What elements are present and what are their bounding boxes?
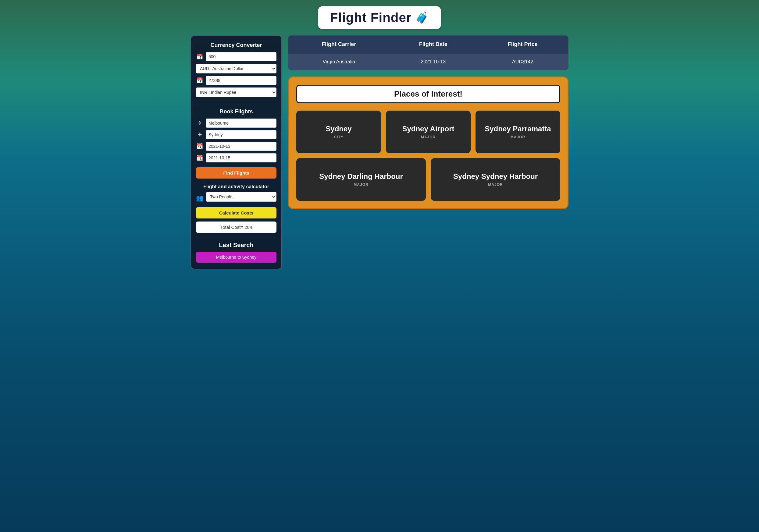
place-type: MAJOR xyxy=(421,135,436,139)
place-type: MAJOR xyxy=(354,182,368,187)
calculator-title: Flight and activity calculator xyxy=(196,184,276,190)
book-flights-title: Book Flights xyxy=(196,108,276,115)
destination-row: ✈ xyxy=(196,130,276,139)
main-layout: Currency Converter 📅 AUD : Australian Do… xyxy=(190,35,569,269)
landing-icon: ✈ xyxy=(196,131,203,138)
people-icon: 👥 xyxy=(196,194,204,202)
flight-date: 2021-10-13 xyxy=(389,53,477,70)
place-type: MAJOR xyxy=(510,135,525,139)
find-flights-button[interactable]: Find Flights xyxy=(196,167,276,178)
depart-date-row: 📆 xyxy=(196,142,276,151)
place-name: Sydney Darling Harbour xyxy=(319,172,403,181)
amount-to-row: 📅 xyxy=(196,76,276,85)
calendar-icon-4: 📆 xyxy=(196,155,203,161)
place-name: Sydney Airport xyxy=(402,125,454,133)
places-title: Places of Interest! xyxy=(394,89,462,98)
col-header-carrier: Flight Carrier xyxy=(288,36,389,53)
place-type: CITY xyxy=(334,135,343,139)
page-title: Flight Finder xyxy=(330,10,412,25)
place-name: Sydney Parramatta xyxy=(485,125,551,133)
last-search-title: Last Search xyxy=(196,242,276,248)
luggage-icon: 🧳 xyxy=(415,11,429,24)
destination-input[interactable] xyxy=(206,130,276,139)
place-name: Sydney Sydney Harbour xyxy=(453,172,538,181)
places-title-box: Places of Interest! xyxy=(296,85,560,103)
col-header-price: Flight Price xyxy=(477,36,568,53)
place-name: Sydney xyxy=(326,125,351,133)
place-card[interactable]: Sydney CITY xyxy=(296,111,381,153)
return-date-row: 📆 xyxy=(196,153,276,162)
calculate-costs-button[interactable]: Calculate Costs xyxy=(196,207,276,218)
divider-2 xyxy=(196,237,276,237)
places-container: Places of Interest! Sydney CITY Sydney A… xyxy=(288,76,569,209)
currency-to-select[interactable]: INR : Indian Rupee AUD : Australian Doll… xyxy=(196,88,276,97)
people-row: 👥 One Person Two People Three People Fou… xyxy=(196,192,276,204)
origin-row: ✈ xyxy=(196,119,276,128)
last-search-badge: Melbourne to Sydney xyxy=(196,252,276,263)
flight-table: Flight Carrier Flight Date Flight Price … xyxy=(288,35,569,70)
flight-carrier: Virgin Australia xyxy=(288,53,389,70)
amount-to-input[interactable] xyxy=(206,76,276,85)
places-grid-top: Sydney CITY Sydney Airport MAJOR Sydney … xyxy=(296,111,560,153)
currency-converter-title: Currency Converter xyxy=(196,42,276,49)
sidebar: Currency Converter 📅 AUD : Australian Do… xyxy=(190,35,282,269)
origin-input[interactable] xyxy=(206,119,276,128)
flight-row: Virgin Australia 2021-10-13 AUD$142 xyxy=(288,53,568,70)
places-grid-bottom: Sydney Darling Harbour MAJOR Sydney Sydn… xyxy=(296,158,560,201)
col-header-date: Flight Date xyxy=(389,36,477,53)
currency-from-select[interactable]: AUD : Australian Dollar USD : US Dollar … xyxy=(196,64,276,73)
return-date-input[interactable] xyxy=(206,153,276,162)
header-box: Flight Finder 🧳 xyxy=(318,6,441,29)
page-wrapper: Flight Finder 🧳 Currency Converter 📅 AUD… xyxy=(181,0,578,276)
flight-price: AUD$142 xyxy=(477,53,568,70)
divider-1 xyxy=(196,104,276,104)
place-card[interactable]: Sydney Darling Harbour MAJOR xyxy=(296,158,426,201)
place-type: MAJOR xyxy=(488,182,503,187)
calendar-icon-2: 📅 xyxy=(196,77,203,84)
takeoff-icon: ✈ xyxy=(196,120,203,127)
total-cost-display: Total Cost= 284 xyxy=(196,221,276,233)
calendar-icon-1: 📅 xyxy=(196,53,203,60)
amount-from-input[interactable] xyxy=(206,52,276,61)
place-card[interactable]: Sydney Sydney Harbour MAJOR xyxy=(431,158,560,201)
amount-from-row: 📅 xyxy=(196,52,276,61)
calendar-icon-3: 📆 xyxy=(196,143,203,150)
people-select[interactable]: One Person Two People Three People Four … xyxy=(206,192,276,202)
right-content: Flight Carrier Flight Date Flight Price … xyxy=(288,35,569,209)
place-card[interactable]: Sydney Airport MAJOR xyxy=(386,111,471,153)
page-header: Flight Finder 🧳 xyxy=(190,6,569,29)
place-card[interactable]: Sydney Parramatta MAJOR xyxy=(475,111,560,153)
depart-date-input[interactable] xyxy=(206,142,276,151)
